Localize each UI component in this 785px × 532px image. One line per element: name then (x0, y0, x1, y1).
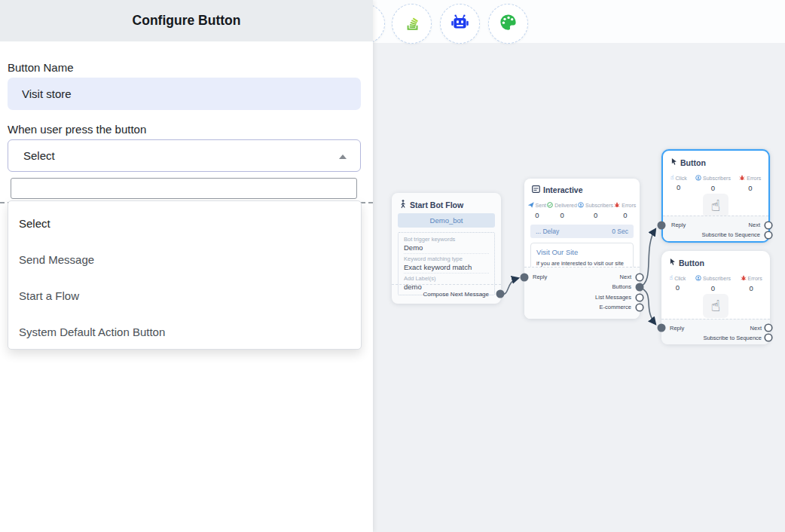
stat-delivered: Delivered 0 (547, 202, 577, 219)
bug-icon (739, 175, 745, 182)
field-label: Add Label(s) (404, 275, 489, 282)
edge-compose-to-reply (500, 278, 518, 295)
list-messages-port-label[interactable]: List Messages (595, 294, 631, 301)
node-title: Start Bot Flow (410, 200, 463, 209)
bot-name-pill[interactable]: Demo_bot (398, 213, 495, 228)
stat-errors: Errors 0 (739, 175, 761, 192)
message-body: if you are interested to visit our site (536, 260, 628, 267)
action-select-value: Select (23, 149, 55, 162)
field-value: Demo (404, 243, 489, 252)
node-title: Button (680, 158, 706, 167)
reply-port-label[interactable]: Reply (533, 274, 547, 280)
subscribers-icon (695, 275, 701, 282)
menu-item-select[interactable]: Select (8, 205, 361, 241)
interactive-ports: Reply Next Buttons List Messages E-comme… (524, 267, 640, 319)
message-title: Visit Our Site (536, 248, 628, 256)
hand-pointer-icon: ☝ (703, 294, 728, 318)
reply-port-label[interactable]: Reply (670, 325, 684, 332)
button-name-label: Button Name (8, 61, 74, 74)
subscribe-port-label[interactable]: Subscribe to Sequence (701, 231, 760, 238)
button-node-selected[interactable]: Button ☝ Click 0 Subscribers 0 E (661, 149, 770, 243)
stat-subscribers: Subscribers 0 (695, 275, 731, 292)
menu-item-start-a-flow[interactable]: Start a Flow (8, 277, 361, 313)
panel-header: Configure Button (0, 0, 373, 41)
button-ports: Reply Next Subscribe to Sequence (661, 319, 770, 344)
robot-icon (450, 12, 470, 35)
bug-icon (741, 275, 747, 282)
buttons-port-label[interactable]: Buttons (612, 283, 631, 290)
panel-title: Configure Button (133, 13, 241, 29)
subscribers-icon (695, 175, 701, 182)
cursor-icon (669, 258, 676, 268)
field-value: Exact keyword match (404, 263, 489, 271)
reply-port-label[interactable]: Reply (671, 222, 686, 228)
menu-item-send-message[interactable]: Send Message (8, 241, 361, 277)
subscribe-port-label[interactable]: Subscribe to Sequence (703, 335, 762, 341)
click-icon: ☝ (669, 275, 673, 281)
stat-errors: Errors 0 (614, 202, 636, 219)
menu-item-system-default-action-button[interactable]: System Default Action Button (8, 313, 361, 350)
click-icon: ☝ (670, 175, 674, 181)
ecommerce-port-label[interactable]: E-commerce (599, 304, 631, 310)
compose-next-message-port-label[interactable]: Compose Next Message (392, 284, 501, 304)
delay-value: 0 Sec (612, 228, 628, 235)
check-circle-icon (547, 202, 553, 209)
next-port-label[interactable]: Next (620, 274, 631, 280)
cursor-icon (670, 157, 677, 167)
bug-icon (614, 202, 620, 209)
card-icon (532, 185, 540, 194)
stat-subscribers: Subscribers 0 (578, 202, 613, 219)
stack-icon (402, 13, 422, 35)
action-select[interactable]: Select (8, 139, 361, 172)
edge-buttons-to-button-top (640, 229, 655, 287)
next-port-label[interactable]: Next (749, 222, 760, 228)
button-node[interactable]: Button ☝ Click 0 Subscribers 0 E (661, 251, 770, 344)
delay-row[interactable]: ... Delay 0 Sec (530, 225, 634, 238)
toolbar-button-palette[interactable] (488, 4, 528, 44)
stat-click: ☝ Click 0 (670, 175, 687, 192)
stat-sent: Sent 0 (528, 202, 546, 219)
field-label: Keyword matching type (404, 255, 489, 262)
configure-button-panel: Configure Button Button Name When user p… (0, 0, 373, 532)
stat-errors: Errors 0 (741, 275, 762, 292)
subscribers-icon (578, 202, 584, 209)
stat-click: ☝ Click 0 (669, 275, 686, 292)
walking-person-icon (399, 200, 407, 210)
dropdown-search-input[interactable] (11, 178, 357, 199)
edge-buttons-to-button-bottom (640, 287, 655, 324)
start-bot-flow-node[interactable]: Start Bot Flow Demo_bot Bot trigger keyw… (392, 193, 501, 304)
hand-pointer-icon: ☝ (703, 194, 728, 218)
button-name-input[interactable] (8, 78, 361, 110)
field-label: Bot trigger keywords (404, 236, 489, 243)
button-ports: Reply Next Subscribe to Sequence (663, 216, 768, 241)
interactive-node[interactable]: Interactive Sent 0 Delivered 0 (524, 179, 640, 319)
action-label: When user press the button (8, 123, 146, 136)
palette-icon (498, 12, 518, 35)
stat-subscribers: Subscribers 0 (695, 175, 731, 192)
toolbar-button-bot[interactable] (440, 4, 480, 44)
send-icon (528, 202, 534, 209)
toolbar-button-stack[interactable] (392, 4, 432, 44)
node-title: Interactive (543, 185, 583, 194)
delay-label: ... Delay (536, 228, 559, 235)
caret-up-icon (339, 154, 347, 159)
action-dropdown-menu: Select Send Message Start a Flow System … (8, 200, 362, 350)
node-title: Button (679, 258, 704, 268)
next-port-label[interactable]: Next (750, 325, 762, 332)
